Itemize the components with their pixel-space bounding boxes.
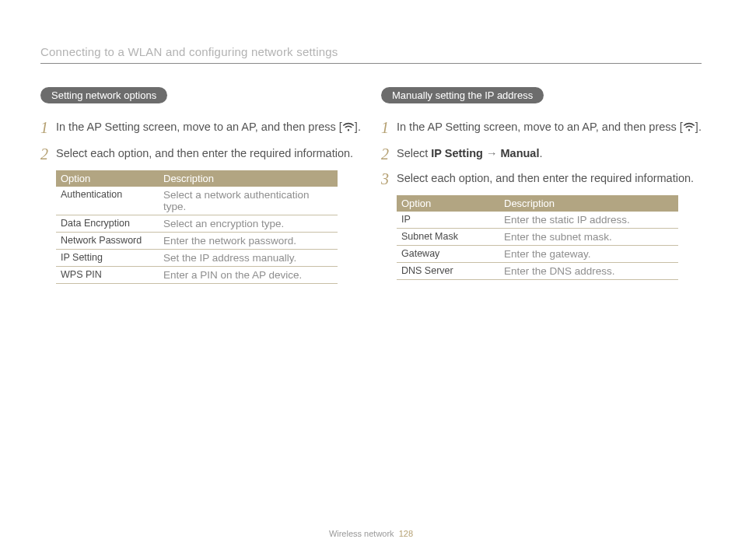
table-header-option: Option [56,170,159,187]
step-text-post: ]. [355,121,361,133]
text-period: . [539,147,542,159]
right-step-1: 1 In the AP Setting screen, move to an A… [381,119,702,138]
section-pill-left: Setting network options [40,87,167,103]
left-column: Setting network options 1 In the AP Sett… [40,87,361,284]
option-desc: Enter the network password. [159,232,338,249]
right-column: Manually setting the IP address 1 In the… [381,87,702,284]
step-number: 2 [381,145,397,163]
wifi-icon [683,121,695,138]
option-desc: Enter a PIN on the AP device. [159,266,338,283]
step-text: Select each option, and then enter the r… [56,145,353,163]
option-desc: Select a network authentication type. [159,187,338,215]
table-row: DNS ServerEnter the DNS address. [397,262,678,279]
footer-section: Wireless network [329,529,394,538]
section-pill-right: Manually setting the IP address [381,87,544,103]
table-row: Data EncryptionSelect an encryption type… [56,215,338,232]
text-ip-setting: IP Setting [431,147,483,159]
table-row: GatewayEnter the gateway. [397,245,678,262]
table-row: WPS PINEnter a PIN on the AP device. [56,266,338,283]
option-name: DNS Server [397,262,499,279]
text-select: Select [397,147,431,159]
table-row: IP SettingSet the IP address manually. [56,249,338,266]
option-name: IP [397,212,499,229]
right-step-3: 3 Select each option, and then enter the… [381,170,702,187]
option-name: Data Encryption [56,215,159,232]
step-text-pre: In the AP Setting screen, move to an AP,… [56,121,342,133]
step-text: Select IP Setting → Manual. [397,145,543,163]
arrow-icon: → [483,147,501,159]
table-row: Subnet MaskEnter the subnet mask. [397,228,678,245]
text-manual: Manual [501,147,540,159]
option-name: Authentication [56,187,159,215]
option-desc: Enter the static IP address. [499,212,678,229]
left-options-table: Option Description AuthenticationSelect … [56,170,338,284]
left-step-2: 2 Select each option, and then enter the… [40,145,361,163]
step-number: 1 [40,119,56,136]
step-number: 3 [381,170,397,187]
table-header-option: Option [397,195,499,212]
table-header-description: Description [499,195,678,212]
wifi-icon [342,121,355,138]
step-number: 2 [40,145,56,163]
step-text: In the AP Setting screen, move to an AP,… [56,119,361,138]
option-desc: Enter the gateway. [499,245,678,262]
step-number: 1 [381,119,397,136]
table-row: IPEnter the static IP address. [397,212,678,229]
option-desc: Select an encryption type. [159,215,338,232]
page-header: Connecting to a WLAN and configuring net… [40,45,702,64]
page-footer: Wireless network 128 [0,529,742,538]
left-step-1: 1 In the AP Setting screen, move to an A… [40,119,361,138]
option-name: WPS PIN [56,266,159,283]
footer-page-number: 128 [399,529,413,538]
step-text-pre: In the AP Setting screen, move to an AP,… [397,121,683,133]
option-name: IP Setting [56,249,159,266]
step-text: Select each option, and then enter the r… [397,170,694,187]
right-step-2: 2 Select IP Setting → Manual. [381,145,702,163]
option-desc: Enter the DNS address. [499,262,678,279]
option-desc: Set the IP address manually. [159,249,338,266]
option-name: Subnet Mask [397,228,499,245]
step-text: In the AP Setting screen, move to an AP,… [397,119,702,138]
option-name: Gateway [397,245,499,262]
step-text-post: ]. [695,121,702,133]
option-name: Network Password [56,232,159,249]
table-row: Network PasswordEnter the network passwo… [56,232,338,249]
right-options-table: Option Description IPEnter the static IP… [397,195,678,280]
table-row: AuthenticationSelect a network authentic… [56,187,338,215]
table-header-description: Description [159,170,338,187]
option-desc: Enter the subnet mask. [499,228,678,245]
